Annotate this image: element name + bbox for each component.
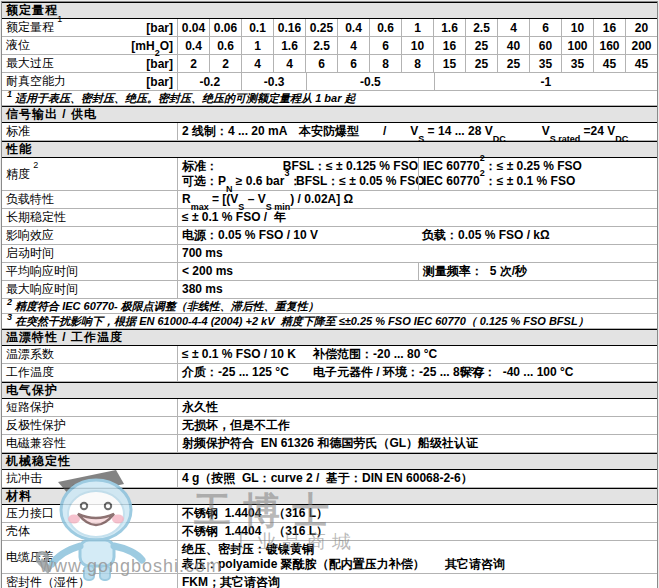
grid-cell: 20: [625, 19, 657, 36]
row-label: 短路保护: [2, 399, 178, 416]
spec-row: 最大过压[bar]2244668815252535354545: [2, 55, 657, 73]
row-value: 永久性: [178, 399, 657, 416]
section-header: 材料: [2, 488, 657, 505]
section-header: 信号输出 / 供电: [2, 106, 657, 123]
grid-cell: 8: [369, 55, 401, 72]
section-header: 机械稳定性: [2, 453, 657, 470]
row-value: 标准：BFSL：≤ ± 0.125 % FSO可选：PN ≥ 0.6 bar3：…: [178, 158, 657, 190]
grid-cell: 0.6: [369, 19, 401, 36]
grid-cells: 0.40.611.62.5461016254060100160200: [178, 37, 657, 54]
grid-cell: 25: [497, 55, 529, 72]
grid-cell: 0.04: [178, 19, 209, 36]
row-value: 射频保护符合 EN 61326 和德国劳氏（GL）船级社认证: [178, 435, 657, 452]
spec-row: 壳体不锈钢 1.4404 （316 L）: [2, 523, 657, 541]
row-value: 380 ms: [178, 281, 657, 298]
grid-cell: 10: [401, 37, 433, 54]
spec-row: 电磁兼容性射频保护符合 EN 61326 和德国劳氏（GL）船级社认证: [2, 435, 657, 453]
spec-row: 压力接口不锈钢 1.4404 （316 L）: [2, 505, 657, 523]
row-value: FKM；其它请咨询: [178, 574, 657, 588]
value-segment: 负载：0.05 % FSO / kΩ: [422, 228, 550, 243]
row-unit: [bar]: [146, 75, 173, 89]
grid-cell: -0.3: [241, 73, 305, 90]
spec-row: 温漂系数≤ ± 0.1 % FSO / 10 K补偿范围：-20 ... 80 …: [2, 346, 657, 364]
grid-cells: -0.2-0.3-0.5-1: [178, 73, 657, 90]
value-segment: 不锈钢 1.4404 （316 L）: [182, 524, 328, 539]
grid-cell: 4: [241, 55, 273, 72]
grid-cell: 4: [273, 55, 305, 72]
grid-cell: 25: [465, 55, 497, 72]
grid-cell: 4: [337, 37, 369, 54]
row-value: 不锈钢 1.4404 （316 L）: [178, 505, 657, 522]
section-title: 性能: [6, 141, 32, 158]
row-label: 影响效应: [2, 227, 178, 244]
grid-cell: 1.6: [273, 37, 305, 54]
spec-row: 反极性保护无损坏，但是不工作: [2, 417, 657, 435]
row-unit: [mH2O]: [131, 39, 173, 53]
grid-cell: 6: [305, 55, 337, 72]
section-title: 材料: [6, 488, 32, 505]
row-value: 介质：-25 ... 125 °C电子元器件 / 环境：-25 ... 85 °…: [178, 364, 657, 381]
grid-cell: 0.1: [241, 19, 273, 36]
section-title: 电气保护: [6, 382, 58, 399]
spec-row: 密封件（湿件）FKM；其它请咨询: [2, 574, 657, 588]
value-segment: 380 ms: [182, 282, 223, 297]
row-label: 负载特性: [2, 191, 178, 208]
value-segment: ≤ ± 0.1 % FSO / 年: [182, 210, 286, 225]
row-label: 电缆压盖: [2, 541, 178, 573]
grid-cell: 10: [561, 19, 593, 36]
spec-row: 工作温度介质：-25 ... 125 °C电子元器件 / 环境：-25 ... …: [2, 364, 657, 382]
spec-row: 启动时间700 ms: [2, 245, 657, 263]
value-segment: 保存： -40 ... 100 °C: [460, 365, 574, 380]
value-segment: Rmax = [(VS – VS min) / 0.02A] Ω: [182, 192, 353, 207]
grid-cell: 2: [178, 55, 209, 72]
row-label: 壳体: [2, 523, 178, 540]
row-value: Rmax = [(VS – VS min) / 0.02A] Ω: [178, 191, 657, 208]
row-label: 最大过压[bar]: [2, 55, 178, 72]
grid-cell: -1: [434, 73, 657, 90]
row-label: 工作温度: [2, 364, 178, 381]
value-segment: 可选：PN ≥ 0.6 bar3：: [182, 174, 296, 189]
grid-cell: 4: [497, 19, 529, 36]
grid-cell: 1: [401, 19, 433, 36]
row-value: 不锈钢 1.4404 （316 L）: [178, 523, 657, 540]
value-segment: 表压：polyamide 聚酰胺（配内置压力补偿）: [182, 557, 445, 572]
row-label: 平均响应时间: [2, 263, 178, 280]
grid-cell: 60: [529, 37, 561, 54]
row-value: ≤ ± 0.1 % FSO / 年: [178, 209, 657, 226]
grid-cell: 2: [209, 55, 241, 72]
value-segment: 无损坏，但是不工作: [182, 418, 290, 433]
grid-cell: 0.16: [273, 19, 305, 36]
row-value: ≤ ± 0.1 % FSO / 10 K补偿范围：-20 ... 80 °C: [178, 346, 657, 363]
value-segment: IEC 607702：≤ ± 0.25 % FSO: [423, 159, 582, 174]
value-segment: 700 ms: [182, 246, 223, 261]
row-value: < 200 ms测量频率： 5 次/秒: [178, 263, 657, 280]
value-segment: FKM；其它请咨询: [182, 575, 280, 588]
spec-row: 液位[mH2O]0.40.611.62.54610162540601001602…: [2, 37, 657, 55]
value-segment: 2 线制：4 ... 20 mA 本安防爆型 / VS = 14 ... 28 …: [182, 124, 628, 139]
row-value: 无损坏，但是不工作: [178, 417, 657, 434]
grid-cell: 6: [337, 55, 369, 72]
grid-cell: 2.5: [305, 37, 337, 54]
grid-cell: 200: [625, 37, 657, 54]
grid-cell: 16: [593, 19, 625, 36]
row-label: 液位[mH2O]: [2, 37, 178, 54]
section-title: 额定量程: [6, 2, 58, 19]
grid-cells: 0.040.060.10.160.250.40.611.62.546101620: [178, 19, 657, 36]
value-segment: 补偿范围：-20 ... 80 °C: [313, 347, 437, 362]
section-title: 温漂特性 / 工作温度: [6, 329, 123, 346]
grid-cell: 6: [369, 37, 401, 54]
grid-cell: 16: [433, 37, 465, 54]
datasheet-page: { "colors": { "section_header_bg": "#e3e…: [0, 0, 659, 588]
value-segment: BFSL：≤ ± 0.125 % FSO: [283, 159, 418, 174]
spec-row: 负载特性Rmax = [(VS – VS min) / 0.02A] Ω: [2, 191, 657, 209]
value-segment: 绝压、密封压：镀镍黄铜: [182, 542, 314, 557]
grid-cell: 160: [593, 37, 625, 54]
value-segment: 电源：0.05 % FSO / 10 V: [182, 228, 318, 243]
grid-cell: -0.5: [306, 73, 434, 90]
grid-cells: 2244668815252535354545: [178, 55, 657, 72]
row-label: 压力接口: [2, 505, 178, 522]
footnote: 3 在突然干扰影响下，根据 EN 61000-4-4 (2004) +2 kV …: [2, 314, 657, 329]
row-label: 精度 2: [2, 158, 178, 190]
row-label: 电磁兼容性: [2, 435, 178, 452]
value-segment: 测量频率： 5 次/秒: [423, 264, 527, 279]
